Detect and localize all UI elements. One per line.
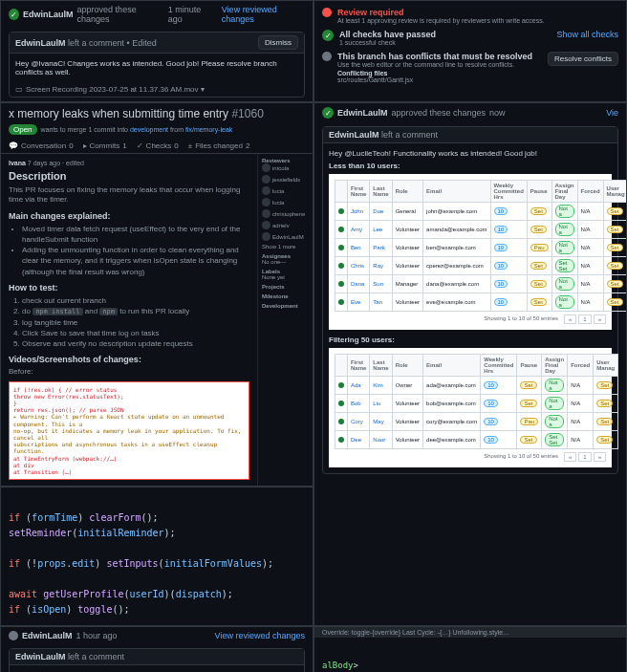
table-row[interactable]: EveTanVolunteereve@example.com10SetNot a… — [335, 293, 628, 312]
code-diff-2: Override: toggle-{override} Last Cycle: … — [314, 626, 627, 672]
error-console: if (!res.ok) { // error status throw new… — [9, 381, 249, 480]
code-diff-1: if (formTime) clearForm(); setReminder(i… — [0, 487, 314, 626]
users-table-1: First NameLast NameRoleEmailWeekly Commi… — [329, 174, 612, 330]
check-icon: ✓ — [9, 9, 19, 20]
comment: EdwinLaulM left a comment • Edited Dismi… — [9, 32, 305, 98]
table-row[interactable]: BobLiuVolunteerbob@example.com10SetNot a… — [335, 395, 618, 413]
reel-icon: ▭ — [15, 85, 23, 94]
table-row[interactable]: ChrisRayVolunteercperez@example.com10Set… — [335, 257, 628, 275]
tab-checks[interactable]: ✓ Checks 0 — [137, 141, 179, 150]
comment-text: Hey @IvanaC! Changes works as intended. … — [10, 54, 304, 82]
check-icon: ✓ — [322, 107, 334, 119]
pending-icon — [9, 631, 18, 640]
tab-commits[interactable]: ▸ Commits 1 — [83, 141, 127, 150]
view-changes-link[interactable]: View reviewed changes — [222, 5, 305, 24]
attachment[interactable]: ▭ Screen Recording 2023-07-25 at 11.37.3… — [10, 82, 304, 97]
table-row[interactable]: CoryMayVolunteercory@example.com10PauNot… — [335, 413, 618, 431]
pr-sidebar: Reviewers intcola jessiefields lucia luc… — [257, 154, 313, 486]
status-dot-required — [322, 8, 332, 17]
view-link[interactable]: Vie — [606, 108, 618, 118]
table-row[interactable]: DeeNoorVolunteerdee@example.com10SetSet … — [335, 431, 618, 449]
tab-files[interactable]: ± Files changed 2 — [188, 141, 250, 150]
dismiss-button[interactable]: Dismiss — [258, 35, 298, 50]
table-row[interactable]: DanaSunManagerdana@example.com10SetNot a… — [335, 275, 628, 293]
users-table-2: First NameLast NameRoleEmailWeekly Commi… — [329, 348, 612, 467]
review-panel-video: EdwinLaulM 1 hour ago View reviewed chan… — [0, 626, 314, 672]
pr-panel: x memory leaks when submitting time entr… — [0, 102, 314, 487]
review-panel-tables: ✓ EdwinLaulM approved these changes now … — [314, 102, 627, 626]
check-icon: ✓ — [322, 30, 334, 41]
status-open-badge: Open — [9, 124, 37, 135]
table-row[interactable]: AdaKimOwnerada@example.com10SetNot aN/AS… — [335, 377, 618, 395]
status-dot-conflict — [322, 52, 332, 61]
reviewer: EdwinLaulM — [23, 10, 74, 19]
resolve-conflicts-button[interactable]: Resolve conflicts — [548, 52, 618, 66]
view-link[interactable]: View reviewed changes — [215, 631, 305, 640]
merge-status-panel: Review requiredAt least 1 approving revi… — [314, 0, 627, 102]
show-checks-link[interactable]: Show all checks — [556, 30, 618, 39]
table-row[interactable]: AmyLeeVolunteeramanda@example.com10SetNo… — [335, 221, 628, 239]
review-panel-1: ✓ EdwinLaulM approved these changes 1 mi… — [0, 0, 314, 102]
tab-conversation[interactable]: 💬 Conversation 0 — [9, 141, 74, 150]
table-row[interactable]: JohnDoeGeneraljohn@example.com10SetNot a… — [335, 203, 628, 221]
pr-tabs: 💬 Conversation 0 ▸ Commits 1 ✓ Checks 0 … — [1, 139, 313, 154]
table-row[interactable]: BenParkVolunteerben@example.com10PauNot … — [335, 239, 628, 257]
